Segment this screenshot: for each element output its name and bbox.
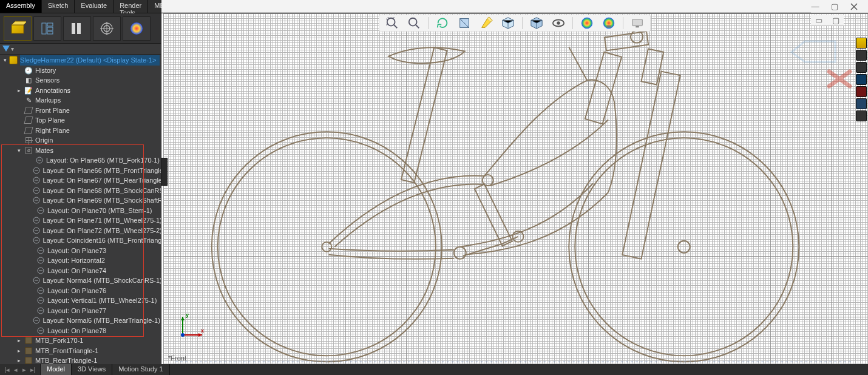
taskpane-file-explorer-button[interactable] — [856, 62, 867, 73]
svg-point-51 — [678, 241, 690, 253]
tree-label: Origin — [35, 135, 53, 146]
tree-label: MTB_Fork170-1 — [35, 336, 83, 346]
view-settings-icon[interactable] — [629, 16, 645, 30]
hide-show-icon[interactable] — [551, 16, 566, 30]
tree-item-front-plane[interactable]: · Front Plane — [2, 106, 161, 116]
caret-icon[interactable]: ▸ — [16, 336, 22, 346]
filter-row[interactable]: ▾ — [0, 44, 161, 55]
tree-item-mate[interactable]: ·Layout: On Plane72 (MTB_Wheel275-2) — [2, 226, 161, 236]
tree-item-mate[interactable]: ·Layout: On Plane77 — [2, 306, 161, 316]
doc-maximize-button[interactable]: ▢ — [832, 16, 840, 24]
config-pager[interactable]: |◂◂▸▸| — [0, 364, 41, 375]
zoom-area-icon[interactable] — [406, 16, 422, 30]
tree-item-history[interactable]: · 🕘 History — [2, 66, 161, 76]
tree-item-right-plane[interactable]: · Right Plane — [2, 126, 161, 136]
ribbon-button-3[interactable] — [63, 16, 91, 41]
tree-label: MTB_FrontTriangle-1 — [35, 346, 98, 356]
tree-item-mate[interactable]: ·Layout: Horizontal2 — [2, 255, 161, 266]
tree-item-mate[interactable]: ·Layout: On Plane74 — [2, 266, 161, 276]
mate-icon — [36, 206, 45, 215]
taskpane-design-library-button[interactable] — [856, 50, 867, 61]
feature-tree[interactable]: ▾ SledgeHammer22 (Default) <Display Stat… — [0, 55, 161, 364]
document-window-controls: ▭ ▢ — [811, 15, 844, 25]
viewport[interactable]: x y *Front — [161, 13, 868, 364]
svg-rect-38 — [606, 25, 611, 28]
tree-label: Layout: On Plane74 — [47, 266, 106, 276]
window-minimize-button[interactable]: — — [811, 2, 819, 11]
section-view-icon[interactable] — [456, 16, 472, 30]
graphics-tab-area — [161, 0, 811, 13]
reject-x-icon[interactable] — [826, 68, 853, 90]
tree-item-mate[interactable]: ·Layout: On Plane68 (MTB_ShockCanRS-1) — [2, 186, 161, 196]
tree-item-mate[interactable]: ·Layout: On Plane71 (MTB_Wheel275-1) — [2, 215, 161, 226]
tab-render-tools[interactable]: Render Tools — [114, 0, 148, 13]
insert-components-button[interactable] — [4, 16, 32, 41]
tree-item-mate[interactable]: ·Layout: On Plane78 — [2, 326, 161, 336]
taskpane-appearances-button[interactable] — [856, 86, 867, 97]
panel-resize-handle[interactable] — [161, 158, 168, 186]
tree-item-markups[interactable]: · ✎ Markups — [2, 95, 161, 106]
tab-evaluate[interactable]: Evaluate — [75, 0, 114, 13]
tree-label: Markups — [35, 95, 61, 106]
caret-icon[interactable]: ▸ — [16, 356, 22, 364]
tree-item-mate[interactable]: ·Layout: On Plane76 — [2, 286, 161, 296]
tree-item-annotations[interactable]: ▸ 📝 Annotations — [2, 86, 161, 96]
tree-item-origin[interactable]: · Origin — [2, 135, 161, 146]
tree-item-mate[interactable]: ·Layout: On Plane73 — [2, 246, 161, 256]
tree-item-mate[interactable]: ·Layout: On Plane66 (MTB_FrontTriangle-1… — [2, 166, 161, 176]
tree-label: History — [35, 66, 56, 76]
bottom-tab-motion-study[interactable]: Motion Study 1 — [112, 364, 169, 375]
tree-label: Annotations — [35, 86, 70, 96]
tab-assembly[interactable]: Assembly — [0, 0, 42, 13]
display-style-icon[interactable] — [529, 16, 544, 30]
tree-item-mate[interactable]: ·Layout: Coincident16 (MTB_FrontTriangle… — [2, 235, 161, 246]
doc-restore-button[interactable]: ▭ — [815, 16, 823, 24]
svg-point-10 — [131, 22, 143, 35]
tree-item-mate[interactable]: ·Layout: On Plane70 (MTB_Stem-1) — [2, 206, 161, 216]
tree-label: Layout: Coincident16 (MTB_FrontTriangle-… — [43, 235, 161, 246]
prev-view-icon[interactable] — [435, 16, 450, 30]
svg-rect-47 — [585, 52, 622, 124]
window-maximize-button[interactable]: ▢ — [830, 2, 839, 11]
orientation-triad[interactable]: x y — [177, 313, 205, 341]
tree-item-mate[interactable]: ·Layout: Normal6 (MTB_RearTriangle-1) — [2, 316, 161, 326]
caret-icon[interactable]: ▾ — [4, 55, 7, 66]
dynamic-annotation-icon[interactable] — [478, 16, 494, 30]
tree-item-mate[interactable]: ·Layout: On Plane65 (MTB_Fork170-1) — [2, 155, 161, 166]
tree-root[interactable]: ▾ SledgeHammer22 (Default) <Display Stat… — [2, 55, 161, 66]
tree-item-mate[interactable]: ·Layout: On Plane67 (MTB_RearTriangle-1) — [2, 175, 161, 186]
caret-icon[interactable]: ▸ — [16, 86, 22, 96]
bottom-tab-model[interactable]: Model — [41, 364, 72, 375]
funnel-icon — [2, 46, 10, 53]
tree-item-part[interactable]: ▸MTB_FrontTriangle-1 — [2, 346, 161, 356]
bottom-tab-3d-views[interactable]: 3D Views — [72, 364, 112, 375]
tree-item-mate[interactable]: ·Layout: On Plane69 (MTB_ShockShaftRS-1) — [2, 195, 161, 206]
zoom-fit-icon[interactable] — [384, 16, 400, 30]
tree-item-part[interactable]: ▸MTB_Fork170-1 — [2, 336, 161, 346]
tree-item-mate[interactable]: ·Layout: Normal4 (MTB_ShockCanRS-1) — [2, 275, 161, 286]
mate-icon — [36, 286, 45, 295]
svg-point-61 — [181, 333, 185, 337]
ribbon-button-appearance[interactable] — [123, 16, 151, 41]
tree-item-part[interactable]: ▸MTB_RearTriangle-1 — [2, 356, 161, 364]
window-close-button[interactable] — [850, 2, 858, 11]
caret-icon[interactable]: ▸ — [16, 346, 22, 356]
tree-item-mates[interactable]: ▾ ⌀ Mates — [2, 146, 161, 156]
tree-item-sensors[interactable]: · ◧ Sensors — [2, 75, 161, 86]
apply-scene-icon[interactable] — [601, 16, 617, 30]
taskpane-view-palette-button[interactable] — [856, 74, 867, 85]
view-orientation-icon[interactable] — [500, 16, 516, 30]
mate-icon — [32, 226, 41, 235]
tab-sketch[interactable]: Sketch — [42, 0, 75, 13]
ribbon-button-2[interactable] — [33, 16, 61, 41]
taskpane-forum-button[interactable] — [856, 110, 867, 121]
edit-appearance-icon[interactable] — [579, 16, 595, 30]
caret-icon[interactable]: ▾ — [16, 146, 22, 156]
part-icon — [24, 356, 33, 364]
taskpane-custom-props-button[interactable] — [856, 98, 867, 109]
triad-x-label: x — [201, 328, 204, 334]
tree-item-top-plane[interactable]: · Top Plane — [2, 115, 161, 126]
tree-item-mate[interactable]: ·Layout: Vertical1 (MTB_Wheel275-1) — [2, 296, 161, 306]
ribbon-button-4[interactable] — [93, 16, 121, 41]
taskpane-resources-button[interactable] — [856, 38, 867, 49]
